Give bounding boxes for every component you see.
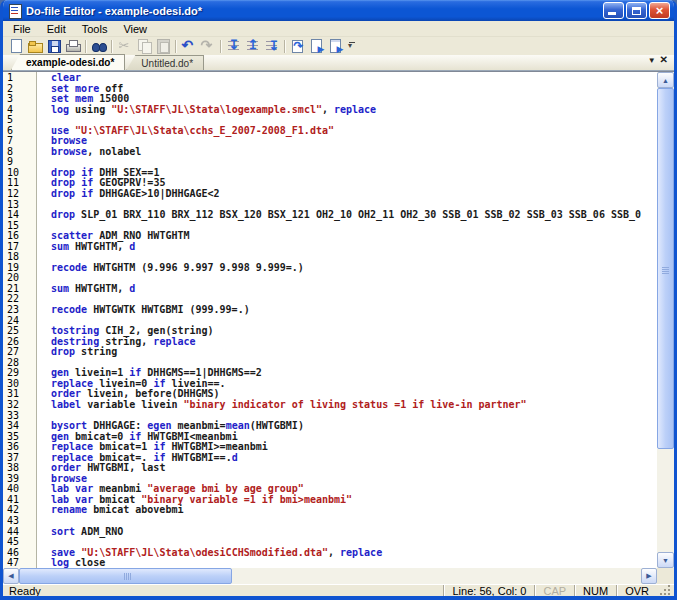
code-line-text	[37, 252, 51, 263]
preview-icon	[290, 38, 306, 54]
scroll-up-button[interactable]: ▲	[657, 72, 674, 88]
code-line[interactable]: 19recode HWTGHTM (9.996 9.997 9.998 9.99…	[3, 263, 657, 274]
line-number: 34	[3, 421, 37, 432]
code-line[interactable]: 23recode HWTGWTK HWTGBMI (999.99=.)	[3, 305, 657, 316]
toolbar-separator	[284, 40, 285, 53]
horizontal-scroll-track[interactable]	[19, 568, 641, 584]
minimize-icon	[608, 12, 616, 15]
copy-button[interactable]	[134, 38, 153, 55]
code-line-text	[37, 200, 51, 211]
copy-icon	[136, 38, 152, 54]
code-line-text: log close	[37, 558, 105, 568]
redo-button[interactable]	[198, 38, 217, 55]
line-number: 32	[3, 400, 37, 411]
paste-button[interactable]	[153, 38, 172, 55]
code-line-text	[37, 358, 51, 369]
code-line-text: recode HWTGWTK HWTGBMI (999.99=.)	[37, 305, 250, 316]
status-caps-indicator: CAP	[534, 585, 574, 597]
code-line[interactable]: 12drop if DHHGAGE>10|DHHGAGE<2	[3, 189, 657, 200]
code-line[interactable]: 38order HWTGBMI, last	[3, 463, 657, 474]
code-line[interactable]: 42rename bmicat abovebmi	[3, 505, 657, 516]
code-line[interactable]: 6use "U:\STAFF\JL\Stata\cchs_E_2007-2008…	[3, 126, 657, 137]
tab-list-dropdown-button[interactable]	[648, 49, 656, 67]
status-ready: Ready	[5, 585, 443, 597]
menu-file[interactable]: File	[5, 22, 39, 36]
scroll-left-button[interactable]: ◀	[3, 568, 19, 584]
arrow-up-icon	[245, 38, 261, 54]
resize-grip[interactable]	[657, 585, 672, 597]
code-line-text: log using "U:\STAFF\JL\Stata\logexample.…	[37, 105, 376, 116]
scroll-down-button[interactable]: ▼	[657, 552, 674, 568]
scroll-right-button[interactable]: ▶	[641, 568, 657, 584]
code-line[interactable]: 27drop string	[3, 347, 657, 358]
code-line-text	[37, 221, 51, 232]
do-button[interactable]	[326, 38, 345, 55]
maximize-button[interactable]	[626, 2, 647, 19]
window-title: Do-file Editor - example-odesi.do*	[26, 5, 603, 17]
do-icon	[328, 38, 344, 54]
code-line[interactable]: 47log close	[3, 558, 657, 568]
code-line[interactable]: 44sort ADM_RNO	[3, 527, 657, 538]
toolbar	[3, 37, 674, 55]
code-line-text	[37, 516, 51, 527]
arrow-down-icon	[226, 38, 242, 54]
code-line[interactable]: 14drop SLP_01 BRX_110 BRX_112 BSX_120 BS…	[3, 210, 657, 221]
line-number: 1	[3, 73, 37, 84]
find-button[interactable]	[89, 38, 108, 55]
vertical-scrollbar[interactable]: ▲ ▼	[657, 72, 674, 568]
arrow-bottom-button[interactable]	[262, 38, 281, 55]
title-bar[interactable]: Do-file Editor - example-odesi.do* ×	[3, 0, 674, 21]
code-line[interactable]: 8browse, nolabel	[3, 147, 657, 158]
save-button[interactable]	[44, 38, 63, 55]
vertical-scroll-track[interactable]	[657, 88, 674, 552]
vertical-scroll-thumb[interactable]	[657, 88, 674, 449]
horizontal-scroll-thumb[interactable]	[19, 568, 232, 584]
code-line-text: drop if DHHGAGE>10|DHHGAGE<2	[37, 189, 220, 200]
line-number: 47	[3, 558, 37, 568]
code-line[interactable]: 17sum HWTGHTM, d	[3, 242, 657, 253]
editor-area: 1clear2set more off3set mem 150004log us…	[3, 71, 674, 568]
code-line-text: browse, nolabel	[37, 147, 141, 158]
toolbar-separator	[85, 40, 86, 53]
new-button[interactable]	[6, 38, 25, 55]
code-line-text	[37, 537, 51, 548]
menu-bar: FileEditToolsView	[3, 21, 674, 37]
toolbar-separator	[111, 40, 112, 53]
arrow-down-button[interactable]	[224, 38, 243, 55]
menu-view[interactable]: View	[115, 22, 155, 36]
arrow-up-button[interactable]	[243, 38, 262, 55]
code-line[interactable]: 32label variable livein "binary indicato…	[3, 400, 657, 411]
code-viewport[interactable]: 1clear2set more off3set mem 150004log us…	[3, 72, 657, 568]
tab-untitled-do[interactable]: Untitled.do*	[126, 55, 204, 70]
run-icon	[309, 38, 325, 54]
close-icon: ×	[656, 4, 664, 17]
tab-strip: example-odesi.do*Untitled.do*	[11, 55, 648, 70]
menu-edit[interactable]: Edit	[39, 22, 74, 36]
close-button[interactable]: ×	[649, 2, 670, 19]
cut-button[interactable]	[115, 38, 134, 55]
preview-button[interactable]	[288, 38, 307, 55]
code-line-text: recode HWTGHTM (9.996 9.997 9.998 9.999=…	[37, 263, 304, 274]
run-button[interactable]	[307, 38, 326, 55]
toolbar-overflow-button[interactable]	[347, 38, 358, 54]
code-line-text	[37, 157, 51, 168]
code-line-text: sum HWTGHTM, d	[37, 242, 135, 253]
code-line-text: label variable livein "binary indicator …	[37, 400, 527, 411]
tab-example-odesi-do[interactable]: example-odesi.do*	[11, 54, 125, 70]
menu-tools[interactable]: Tools	[74, 22, 116, 36]
open-icon	[27, 38, 43, 54]
code-line[interactable]: 4log using "U:\STAFF\JL\Stata\logexample…	[3, 105, 657, 116]
print-button[interactable]	[63, 38, 82, 55]
code-line[interactable]: 21sum HWTGHTM, d	[3, 284, 657, 295]
horizontal-scrollbar[interactable]: ◀ ▶	[3, 568, 657, 584]
cut-icon	[117, 38, 133, 54]
open-button[interactable]	[25, 38, 44, 55]
undo-button[interactable]	[179, 38, 198, 55]
minimize-button[interactable]	[603, 2, 624, 19]
status-num-indicator: NUM	[574, 585, 616, 597]
status-bar: Ready Line: 56, Col: 0 CAP NUM OVR	[3, 584, 674, 597]
redo-icon	[200, 38, 216, 54]
close-tab-button[interactable]	[660, 49, 668, 67]
tab-label: example-odesi.do*	[26, 57, 114, 68]
paste-icon	[155, 38, 171, 54]
